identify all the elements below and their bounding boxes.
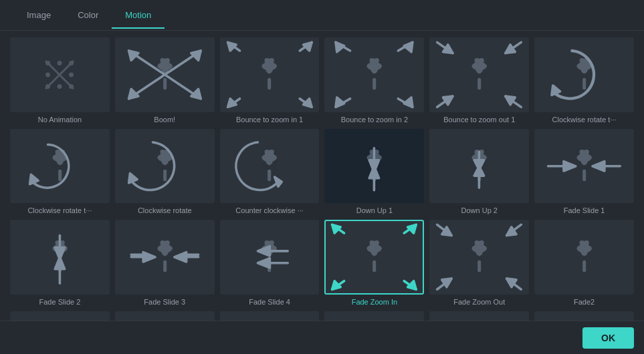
animation-thumb-fade-slide-2 (10, 220, 110, 295)
animation-thumb-bounce-zoom-in-1 (220, 37, 320, 112)
animation-label-counter-clockwise: Counter clockwise ··· (235, 206, 303, 214)
animation-label-no-animation: No Animation (38, 116, 82, 124)
animation-item-flip-up1[interactable]: Flip Up1 (220, 311, 320, 321)
animation-grid-container[interactable]: No Animation Boom! (0, 31, 644, 321)
animation-thumb-fade-slide-3 (115, 220, 215, 295)
animation-grid: No Animation Boom! (10, 37, 634, 321)
svg-point-1 (58, 61, 62, 65)
animation-thumb-clockwise-rotate-t1 (534, 37, 634, 112)
svg-marker-31 (227, 42, 236, 51)
svg-marker-169 (408, 281, 417, 290)
tab-motion[interactable]: Motion (112, 2, 165, 28)
animation-label-fade-slide-3: Fade Slide 3 (144, 298, 185, 306)
animation-item-bounce-zoom-in-1[interactable]: Bounce to zoom in 1 (220, 37, 320, 124)
tab-image[interactable]: Image (13, 2, 64, 28)
footer: OK (0, 321, 644, 354)
svg-marker-35 (227, 99, 236, 108)
animation-thumb-fly-zoom-in (429, 311, 529, 321)
animation-label-clockwise-rotate: Clockwise rotate (138, 206, 192, 214)
animation-label-down-up-1: Down Up 1 (356, 206, 393, 214)
animation-item-boom[interactable]: Boom! (115, 37, 215, 124)
animation-item-flip-down2[interactable]: Flip Down2 (115, 311, 215, 321)
svg-rect-184 (582, 260, 586, 273)
svg-marker-121 (564, 161, 576, 170)
svg-marker-79 (30, 174, 39, 184)
animation-label-fade-slide-2: Fade Slide 2 (39, 298, 81, 306)
animation-item-flip-down1[interactable]: Flip Down1 (10, 311, 110, 321)
animation-item-counter-clockwise[interactable]: Counter clockwise ··· (220, 129, 320, 215)
svg-marker-17 (128, 51, 138, 60)
svg-marker-33 (303, 42, 312, 51)
animation-thumb-fade2 (534, 220, 634, 295)
animation-thumb-flip-up1 (220, 311, 320, 321)
animation-thumb-clockwise-rotate (115, 129, 215, 204)
animation-item-grow-shrink[interactable]: Grow Shrink (534, 311, 634, 321)
animation-thumb-grow-shrink (534, 311, 634, 321)
animation-label-fade-slide-4: Fade Slide 4 (249, 298, 290, 306)
svg-marker-21 (128, 89, 138, 98)
svg-point-3 (45, 72, 50, 77)
svg-point-6 (58, 84, 62, 89)
animation-label-fade2: Fade2 (574, 298, 595, 306)
svg-marker-167 (332, 281, 341, 290)
animation-item-clockwise-rotate-t2[interactable]: Clockwise rotate t··· (10, 129, 110, 215)
animation-thumb-fade-zoom-in (324, 220, 424, 295)
animation-item-clockwise-rotate-t1[interactable]: Clockwise rotate t··· (534, 37, 634, 124)
dialog: Image Color Motion No Animation (0, 0, 644, 354)
animation-thumb-bounce-zoom-out-1 (429, 37, 529, 112)
svg-marker-133 (55, 248, 64, 260)
animation-item-down-up-2[interactable]: Down Up 2 (429, 129, 529, 215)
animation-label-bounce-zoom-in-2: Bounce to zoom in 2 (341, 116, 408, 124)
animation-label-bounce-zoom-out-1: Bounce to zoom out 1 (443, 116, 515, 124)
animation-thumb-boom (115, 37, 215, 112)
animation-item-fly-zoom-in[interactable]: Fly to zoom in (429, 311, 529, 321)
animation-thumb-down-up-1 (324, 129, 424, 204)
animation-label-fade-zoom-in: Fade Zoom In (352, 298, 397, 306)
animation-item-fade2[interactable]: Fade2 (534, 220, 634, 306)
animation-item-down-up-1[interactable]: Down Up 1 (324, 129, 424, 215)
svg-marker-165 (408, 225, 417, 234)
svg-marker-65 (506, 96, 515, 105)
animation-thumb-flip-up2 (324, 311, 424, 321)
animation-thumb-flip-down2 (115, 311, 215, 321)
tab-color[interactable]: Color (64, 2, 112, 28)
svg-marker-86 (128, 173, 137, 182)
animation-item-bounce-zoom-out-1[interactable]: Bounce to zoom out 1 (429, 37, 529, 124)
svg-marker-59 (443, 45, 453, 53)
svg-marker-49 (336, 98, 345, 107)
animation-label-clockwise-rotate-t1: Clockwise rotate t··· (552, 116, 617, 124)
animation-item-fade-slide-2[interactable]: Fade Slide 2 (10, 220, 110, 306)
animation-thumb-no-animation (10, 37, 110, 112)
animation-thumb-fade-zoom-out (429, 220, 529, 295)
animation-item-flip-up2[interactable]: Flip Up2 (324, 311, 424, 321)
svg-marker-45 (336, 42, 345, 51)
animation-thumb-fade-slide-4 (220, 220, 320, 295)
ok-button[interactable]: OK (582, 327, 634, 349)
animation-thumb-flip-down1 (10, 311, 110, 321)
animation-item-fade-slide-4[interactable]: Fade Slide 4 (220, 220, 320, 306)
animation-item-bounce-zoom-in-2[interactable]: Bounce to zoom in 2 (324, 37, 424, 124)
svg-marker-37 (303, 99, 312, 108)
animation-item-fade-slide-3[interactable]: Fade Slide 3 (115, 220, 215, 306)
svg-marker-47 (405, 42, 413, 51)
animation-item-fade-slide-1[interactable]: Fade Slide 1 (534, 129, 634, 215)
animation-thumb-clockwise-rotate-t2 (10, 129, 110, 204)
svg-marker-63 (443, 96, 453, 105)
svg-marker-153 (257, 246, 270, 256)
content-area: No Animation Boom! (0, 31, 644, 321)
animation-thumb-bounce-zoom-in-2 (324, 37, 424, 112)
svg-marker-19 (191, 51, 201, 60)
svg-marker-123 (593, 161, 605, 170)
animation-label-bounce-zoom-in-1: Bounce to zoom in 1 (236, 116, 303, 124)
animation-label-fade-zoom-out: Fade Zoom Out (453, 298, 505, 306)
svg-marker-51 (405, 98, 413, 107)
svg-marker-23 (191, 89, 201, 98)
svg-marker-163 (332, 225, 341, 234)
animation-item-clockwise-rotate[interactable]: Clockwise rotate (115, 129, 215, 215)
animation-item-fade-zoom-in[interactable]: Fade Zoom In (324, 220, 424, 306)
animation-item-fade-zoom-out[interactable]: Fade Zoom Out (429, 220, 529, 306)
svg-point-189 (580, 244, 588, 253)
animation-label-down-up-2: Down Up 2 (461, 206, 498, 214)
animation-label-boom: Boom! (154, 116, 175, 124)
animation-item-no-animation[interactable]: No Animation (10, 37, 110, 124)
